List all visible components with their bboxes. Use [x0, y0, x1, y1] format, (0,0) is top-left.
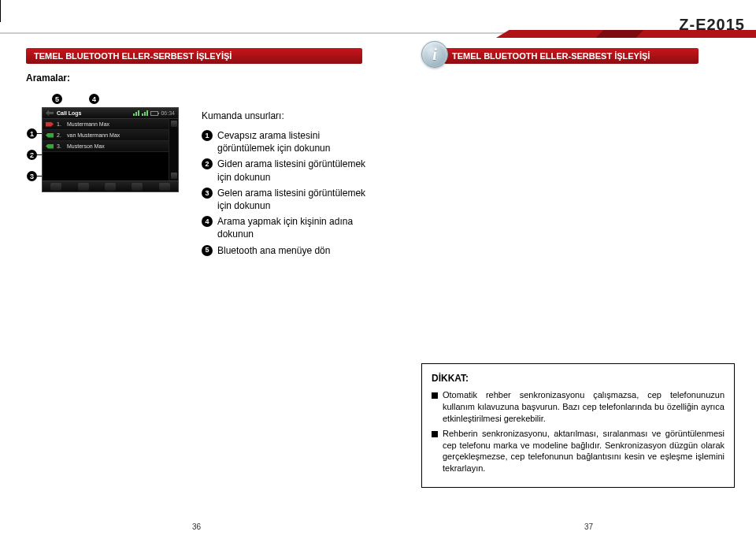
scrollbar — [169, 119, 178, 180]
control-item: 4 Arama yapmak için kişinin adına dokunu… — [202, 215, 367, 240]
outgoing-call-icon — [46, 133, 54, 138]
page-number-left: 36 — [192, 522, 201, 531]
list-item: 3. Musterson Max — [43, 141, 178, 152]
footer-button — [78, 183, 89, 191]
row-num: 1. — [57, 121, 65, 127]
bullet-4: 4 — [202, 216, 213, 227]
footer-button — [105, 183, 116, 191]
control-text: Giden arama listesini görüntülemek için … — [217, 158, 367, 183]
pointer-line — [0, 11, 1, 22]
device-footer — [43, 180, 178, 191]
header-band — [0, 30, 756, 38]
device-screenshot: Call Logs 06:34 1. Mustermann Max 2. van… — [42, 107, 179, 192]
incoming-call-icon — [46, 144, 54, 149]
info-icon: i — [421, 41, 448, 68]
row-name: Mustermann Max — [65, 121, 178, 127]
control-text: Bluetooth ana menüye dön — [217, 244, 367, 257]
section-banner-right: TEMEL BLUETOOTH ELLER-SERBEST İŞLEYİŞİ — [444, 48, 699, 64]
page-number-right: 37 — [584, 522, 593, 531]
note-box: DİKKAT: Otomatik rehber senkronizasyonu … — [421, 363, 735, 488]
device-rows: 1. Mustermann Max 2. van Mustermann Max … — [43, 119, 178, 152]
row-num: 2. — [57, 132, 65, 138]
row-name: van Mustermann Max — [65, 132, 178, 138]
note-text: Otomatik rehber senkronizasyonu çalışmaz… — [443, 389, 724, 425]
control-item: 2 Giden arama listesini görüntülemek içi… — [202, 158, 367, 183]
device-title: Call Logs — [57, 110, 82, 116]
control-item: 3 Gelen arama listesini görüntülemek içi… — [202, 187, 367, 212]
note-item: Otomatik rehber senkronizasyonu çalışmaz… — [432, 389, 724, 425]
scroll-up-icon — [171, 121, 177, 127]
control-text: Cevapsız arama listesini görüntülemek iç… — [217, 129, 367, 154]
control-text: Arama yapmak için kişinin adına dokunun — [217, 215, 367, 240]
footer-button — [159, 183, 170, 191]
footer-button — [132, 183, 143, 191]
bullet-1: 1 — [202, 130, 213, 141]
control-text: Gelen arama listesini görüntülemek için … — [217, 187, 367, 212]
footer-button — [50, 183, 61, 191]
list-item: 1. Mustermann Max — [43, 119, 178, 130]
battery-icon — [150, 111, 158, 116]
pointer-line — [0, 0, 1, 11]
note-title: DİKKAT: — [432, 372, 724, 385]
signal-icon — [133, 110, 139, 116]
model-label: Z-E2015 — [679, 16, 745, 34]
callout-4: 4 — [89, 94, 99, 104]
note-text: Rehberin senkronizasyonu, aktarılması, s… — [443, 428, 724, 474]
scroll-down-icon — [171, 173, 177, 179]
row-name: Musterson Max — [65, 143, 178, 149]
bullet-3: 3 — [202, 188, 213, 199]
callout-5: 5 — [52, 94, 62, 104]
signal-icon — [142, 110, 148, 116]
list-item: 2. van Mustermann Max — [43, 130, 178, 141]
control-item: 1 Cevapsız arama listesini görüntülemek … — [202, 129, 367, 154]
row-num: 3. — [57, 143, 65, 149]
subheading: Aramalar: — [26, 72, 70, 84]
section-banner-left: TEMEL BLUETOOTH ELLER-SERBEST İŞLEYİŞİ — [26, 48, 362, 64]
bullet-2: 2 — [202, 158, 213, 169]
controls-list: 1 Cevapsız arama listesini görüntülemek … — [202, 129, 367, 260]
device-time: 06:34 — [161, 110, 175, 116]
device-header: Call Logs 06:34 — [43, 108, 178, 119]
note-item: Rehberin senkronizasyonu, aktarılması, s… — [432, 428, 724, 474]
square-bullet-icon — [432, 392, 438, 399]
bullet-5: 5 — [202, 245, 213, 256]
back-icon — [46, 110, 54, 117]
device-status: 06:34 — [133, 110, 175, 116]
controls-heading: Kumanda unsurları: — [202, 110, 284, 121]
missed-call-icon — [46, 122, 54, 127]
square-bullet-icon — [432, 431, 438, 437]
control-item: 5 Bluetooth ana menüye dön — [202, 244, 367, 257]
